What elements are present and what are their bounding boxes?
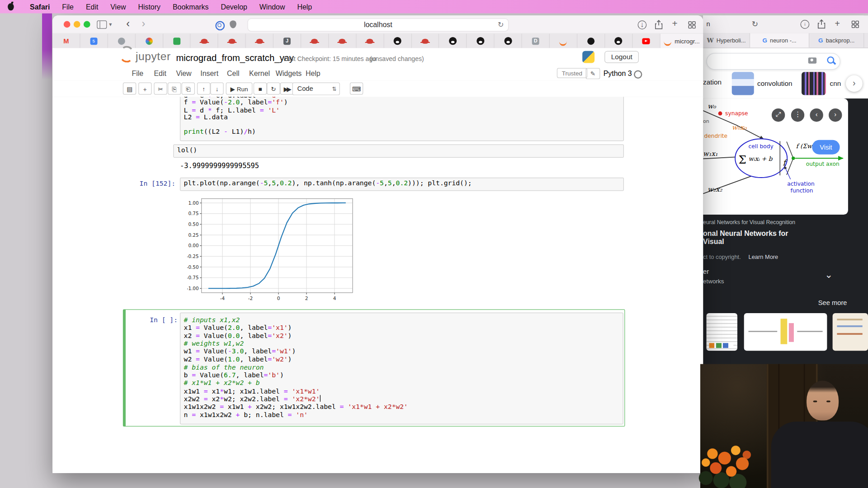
code-cell-input[interactable]: lol() <box>173 145 624 158</box>
downloads-icon[interactable]: ↓ <box>801 20 810 29</box>
privacy-shield-icon[interactable] <box>230 20 236 28</box>
share-icon[interactable] <box>818 19 826 29</box>
share-icon[interactable] <box>655 20 663 29</box>
pinned-tab[interactable] <box>301 34 329 48</box>
related-thumb-cnn[interactable] <box>802 72 826 95</box>
reload-icon[interactable]: ↻ <box>752 19 758 28</box>
pinned-tab[interactable] <box>577 34 605 48</box>
new-tab-icon[interactable]: + <box>835 19 840 29</box>
jupyter-logo-text[interactable]: jupyter <box>136 50 171 63</box>
back-button[interactable]: ‹ <box>126 18 130 30</box>
related-image-thumb[interactable] <box>833 313 868 351</box>
save-button[interactable]: ▤ <box>123 82 136 94</box>
pinned-tab[interactable] <box>412 34 439 48</box>
menubar-item-history[interactable]: History <box>132 3 166 11</box>
jupyter-menu-edit[interactable]: Edit <box>154 69 166 77</box>
pinned-tab[interactable] <box>218 34 246 48</box>
jupyter-menu-file[interactable]: File <box>132 69 143 77</box>
jupyter-menu-widgets[interactable]: Widgets <box>276 69 302 77</box>
pinned-tab[interactable] <box>356 34 384 48</box>
related-chip-fragment[interactable]: zation <box>703 79 722 86</box>
jupyter-menu-kernel[interactable]: Kernel <box>249 69 270 77</box>
pinned-tab[interactable] <box>467 34 495 48</box>
pinned-tab[interactable] <box>632 34 660 48</box>
related-chip-cnn[interactable]: cnn <box>830 80 841 87</box>
code-cell-input[interactable]: d = e + c; d.label = 'd'f = Value(-2.0, … <box>180 97 624 141</box>
bg-tab-1[interactable]: Gneuron -... <box>750 33 809 47</box>
trusted-badge[interactable]: Trusted <box>557 68 587 78</box>
command-palette-icon[interactable]: ⌨ <box>350 82 363 94</box>
cell-type-select[interactable]: Code <box>292 82 340 95</box>
search-magnifier-icon[interactable] <box>827 56 834 64</box>
related-image-thumb[interactable] <box>706 313 737 351</box>
downloads-icon[interactable]: ↓ <box>638 20 647 29</box>
code-cell-input[interactable]: plt.plot(np.arange(-5,5,0.2), np.tanh(np… <box>180 178 624 191</box>
google-search-bar[interactable] <box>706 53 840 70</box>
minimize-window-button[interactable] <box>74 21 80 28</box>
move-cell-down-button[interactable]: ↓ <box>210 82 223 94</box>
close-window-button[interactable] <box>64 21 71 28</box>
new-tab-icon[interactable]: + <box>672 18 678 29</box>
result-title[interactable]: onal Neural Networks for Visual <box>703 229 808 246</box>
reload-icon[interactable]: ↻ <box>498 19 504 31</box>
apple-menu-icon[interactable] <box>8 3 14 10</box>
image-prev-icon[interactable]: ‹ <box>810 108 823 122</box>
menubar-item-bookmarks[interactable]: Bookmarks <box>166 3 215 11</box>
menubar-item-help[interactable]: Help <box>291 3 318 11</box>
pinned-tab[interactable] <box>605 34 632 48</box>
pinned-tab[interactable] <box>108 34 136 48</box>
notebook-scroll-area[interactable]: d = e + c; d.label = 'd'f = Value(-2.0, … <box>52 97 703 473</box>
run-button[interactable]: ▶ Run <box>226 82 253 94</box>
jupyter-menu-view[interactable]: View <box>176 69 191 77</box>
related-chip-convolution[interactable]: convolution <box>757 80 792 87</box>
sidebar-icon[interactable] <box>97 20 107 28</box>
notebook-title[interactable]: micrograd_from_scratch_yay <box>176 52 294 63</box>
see-more-link[interactable]: See more <box>818 299 847 306</box>
pinned-tab[interactable]: D <box>522 34 550 48</box>
related-thumb-convolution[interactable] <box>732 72 754 95</box>
cut-cell-button[interactable]: ✂ <box>154 82 167 94</box>
learn-more-link[interactable]: Learn More <box>749 253 778 260</box>
sidebar-chevron-icon[interactable]: ▾ <box>109 21 112 27</box>
pinned-tab[interactable] <box>246 34 274 48</box>
selected-code-cell[interactable]: In [ ]: # inputs x1,x2x1 = Value(2.0, la… <box>123 309 625 427</box>
bg-tab-0[interactable]: WHyperboli... <box>703 33 750 47</box>
restart-kernel-button[interactable]: ↻ <box>267 82 280 94</box>
camera-search-icon[interactable] <box>808 57 816 63</box>
expand-chevron-icon[interactable]: ⌄ <box>825 269 832 281</box>
address-bar[interactable]: localhost ↻ <box>247 18 509 31</box>
pinned-tab[interactable]: M <box>52 34 80 48</box>
jupyter-menu-help[interactable]: Help <box>306 69 321 77</box>
menubar-item-view[interactable]: View <box>104 3 132 11</box>
copy-cell-button[interactable]: ⎘ <box>168 82 181 94</box>
code-cell-input[interactable]: # inputs x1,x2x1 = Value(2.0, label='x1'… <box>180 313 623 424</box>
pinned-tab[interactable] <box>384 34 411 48</box>
pinned-tab[interactable] <box>163 34 191 48</box>
edit-title-pencil-icon[interactable]: ✎ <box>586 68 600 79</box>
add-cell-button[interactable]: ＋ <box>138 82 151 94</box>
move-cell-up-button[interactable]: ↑ <box>197 82 210 94</box>
pinned-tab[interactable] <box>191 34 218 48</box>
jupyter-menu-insert[interactable]: Insert <box>200 69 218 77</box>
restart-run-all-button[interactable]: ▶▶ <box>280 82 293 94</box>
paste-cell-button[interactable]: ⎗ <box>182 82 195 94</box>
visit-button[interactable]: Visit <box>812 140 840 155</box>
pinned-tab[interactable] <box>550 34 577 48</box>
menubar-item-edit[interactable]: Edit <box>80 3 104 11</box>
tab-overview-icon[interactable] <box>688 21 696 29</box>
menubar-item-file[interactable]: File <box>56 3 80 11</box>
extension-icon[interactable] <box>215 21 225 31</box>
pinned-tab[interactable] <box>495 34 522 48</box>
menubar-item-window[interactable]: Window <box>253 3 291 11</box>
related-scroll-right-icon[interactable]: › <box>846 75 863 92</box>
zoom-window-button[interactable] <box>84 21 90 28</box>
tab-overview-icon[interactable] <box>851 20 859 28</box>
active-tab[interactable]: microgr... <box>660 34 703 48</box>
jupyter-logo-icon[interactable] <box>119 51 132 64</box>
menubar-item-develop[interactable]: Develop <box>215 3 253 11</box>
related-image-thumb[interactable] <box>744 313 827 351</box>
logout-button[interactable]: Logout <box>604 51 639 63</box>
pinned-tab[interactable] <box>439 34 467 48</box>
pinned-tab[interactable] <box>136 34 163 48</box>
image-more-options-icon[interactable]: ⋮ <box>791 108 804 122</box>
